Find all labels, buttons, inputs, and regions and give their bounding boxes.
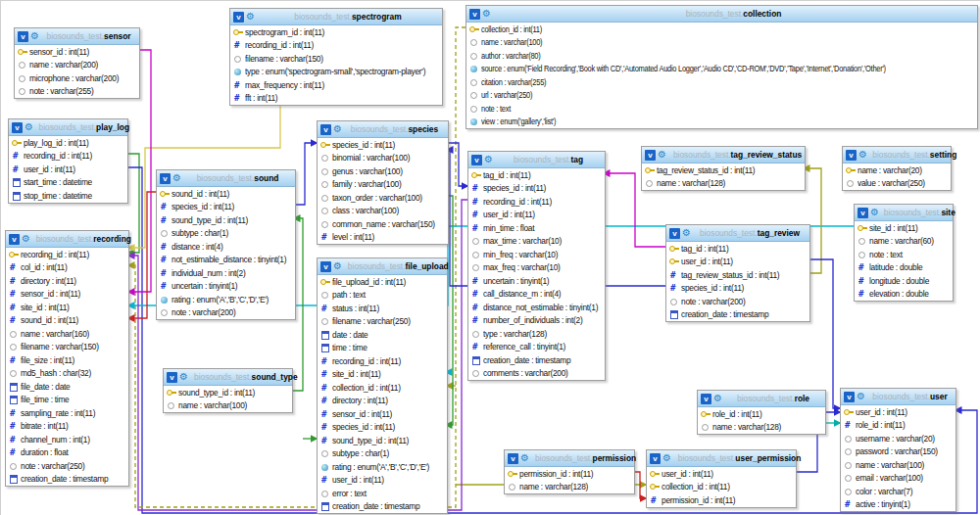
- options-icon[interactable]: ⚙: [172, 173, 181, 183]
- field-spectrogram-spectrogram_id[interactable]: spectrogram_id : int(11): [230, 25, 442, 39]
- table-header-tag_review_status[interactable]: v⚙biosounds_test.tag_review_status: [642, 147, 805, 164]
- field-recording-filename[interactable]: filename : varchar(150): [6, 341, 128, 354]
- field-tag_review-species_id[interactable]: species_id : int(11): [666, 282, 809, 296]
- field-user_permission-permission_id[interactable]: permission_id : int(11): [647, 493, 796, 507]
- field-species-species_id[interactable]: species_id : int(11): [318, 138, 448, 152]
- field-tag-number_of_individuals[interactable]: number_of_individuals : int(2): [468, 314, 605, 328]
- collapse-icon[interactable]: v: [645, 150, 656, 161]
- field-file_upload-site_id[interactable]: site_id : int(11): [318, 368, 447, 382]
- table-header-collection[interactable]: v⚙biosounds_test.collection: [466, 6, 977, 23]
- field-recording-md5_hash[interactable]: md5_hash : char(32): [6, 367, 128, 381]
- field-user-user_id[interactable]: user_id : int(11): [841, 405, 956, 419]
- options-icon[interactable]: ⚙: [22, 234, 30, 244]
- field-file_upload-path[interactable]: path : text: [318, 289, 447, 303]
- options-icon[interactable]: ⚙: [179, 372, 188, 382]
- field-tag-creation_date[interactable]: creation_date : timestamp: [468, 353, 605, 367]
- field-recording-duration[interactable]: duration : float: [6, 446, 128, 460]
- table-site[interactable]: v⚙biosounds_test.sitesite_id : int(11)na…: [854, 204, 954, 302]
- field-file_upload-date[interactable]: date : date: [318, 328, 447, 342]
- field-sound-note[interactable]: note : varchar(200): [157, 306, 295, 320]
- table-header-user_permission[interactable]: v⚙biosounds_test.user_permission: [647, 450, 796, 467]
- field-file_upload-user_id[interactable]: user_id : int(11): [318, 474, 447, 488]
- options-icon[interactable]: ⚙: [484, 155, 493, 164]
- table-play_log[interactable]: v⚙biosounds_test.play_logplay_log_id : i…: [8, 118, 128, 204]
- field-sensor-note[interactable]: note : varchar(255): [15, 85, 139, 99]
- table-tag[interactable]: v⚙biosounds_test.tagtag_id : int(11)spec…: [467, 151, 606, 381]
- field-spectrogram-filename[interactable]: filename : varchar(150): [230, 52, 442, 66]
- field-user_permission-collection_id[interactable]: collection_id : int(11): [647, 481, 796, 494]
- options-icon[interactable]: ⚙: [520, 453, 529, 463]
- table-header-permission[interactable]: v⚙biosounds_test.permission: [505, 450, 634, 467]
- field-user-username[interactable]: username : varchar(20): [841, 432, 956, 445]
- collapse-icon[interactable]: v: [320, 124, 331, 135]
- field-recording-note[interactable]: note : varchar(250): [6, 459, 128, 473]
- field-setting-value[interactable]: value : varchar(250): [843, 177, 951, 191]
- options-icon[interactable]: ⚙: [24, 122, 33, 132]
- field-user-name[interactable]: name : varchar(100): [841, 458, 956, 472]
- table-header-tag[interactable]: v⚙biosounds_test.tag: [468, 152, 605, 168]
- field-recording-col_id[interactable]: col_id : int(11): [6, 261, 128, 275]
- field-tag_review-creation_date[interactable]: creation_date : timestamp: [666, 308, 809, 322]
- relation-line-sound-species[interactable]: [294, 143, 317, 205]
- field-site-name[interactable]: name : varchar(60): [855, 235, 953, 249]
- field-collection-url[interactable]: url : varchar(250): [466, 89, 977, 103]
- collapse-icon[interactable]: v: [508, 453, 518, 464]
- field-tag-min_freq[interactable]: min_freq : varchar(10): [468, 248, 605, 261]
- field-site-elevation[interactable]: elevation : double: [855, 288, 953, 302]
- table-sound_type[interactable]: v⚙biosounds_test.sound_typesound_type_id…: [163, 368, 293, 413]
- field-play_log-play_log_id[interactable]: play_log_id : int(11): [9, 136, 127, 150]
- table-spectrogram[interactable]: v⚙biosounds_test.spectrogramspectrogram_…: [229, 8, 443, 106]
- field-file_upload-creation_date[interactable]: creation_date : timestamp: [318, 500, 447, 514]
- collapse-icon[interactable]: v: [701, 394, 711, 404]
- table-user[interactable]: v⚙biosounds_test.useruser_id : int(11)ro…: [840, 388, 956, 512]
- table-user_permission[interactable]: v⚙biosounds_test.user_permissionuser_id …: [646, 449, 797, 508]
- field-tag_review-tag_id[interactable]: tag_id : int(11): [666, 242, 809, 256]
- field-file_upload-sensor_id[interactable]: sensor_id : int(11): [318, 407, 447, 421]
- options-icon[interactable]: ⚙: [682, 228, 691, 238]
- field-tag-tag_id[interactable]: tag_id : int(11): [468, 168, 605, 182]
- field-collection-name[interactable]: name : varchar(100): [466, 36, 977, 50]
- field-sound-subtype[interactable]: subtype : char(1): [157, 227, 295, 241]
- field-sound-rating[interactable]: rating : enum('A','B','C','D','E'): [157, 293, 295, 306]
- table-file_upload[interactable]: v⚙biosounds_test.file_uploadfile_upload_…: [317, 258, 448, 514]
- field-sensor-microphone[interactable]: microphone : varchar(200): [15, 71, 139, 85]
- table-header-recording[interactable]: v⚙biosounds_test.recording: [6, 231, 128, 248]
- field-user-color[interactable]: color : varchar(7): [841, 485, 956, 498]
- table-header-setting[interactable]: v⚙biosounds_test.setting: [843, 147, 951, 164]
- collapse-icon[interactable]: v: [320, 261, 331, 272]
- collapse-icon[interactable]: v: [160, 173, 171, 184]
- options-icon[interactable]: ⚙: [658, 150, 666, 160]
- field-user-email[interactable]: email : varchar(100): [841, 472, 956, 486]
- table-tag_review_status[interactable]: v⚙biosounds_test.tag_review_statustag_re…: [641, 146, 806, 191]
- field-sound-sound_id[interactable]: sound_id : int(11): [157, 187, 295, 201]
- field-file_upload-status[interactable]: status : int(11): [318, 302, 447, 315]
- field-tag_review-note[interactable]: note : varchar(200): [666, 295, 809, 308]
- field-recording-file_size[interactable]: file_size : int(11): [6, 353, 128, 367]
- collapse-icon[interactable]: v: [471, 155, 482, 165]
- field-tag_review_status-name[interactable]: name : varchar(128): [642, 177, 805, 191]
- field-user_permission-user_id[interactable]: user_id : int(11): [647, 467, 796, 481]
- field-file_upload-file_upload_id[interactable]: file_upload_id : int(11): [318, 275, 447, 289]
- table-header-species[interactable]: v⚙biosounds_test.species: [318, 121, 448, 138]
- field-spectrogram-fft[interactable]: fft : int(11): [230, 92, 442, 106]
- field-tag-comments[interactable]: comments : varchar(200): [468, 367, 605, 381]
- field-species-genus[interactable]: genus : varchar(100): [318, 164, 448, 178]
- table-header-file_upload[interactable]: v⚙biosounds_test.file_upload: [318, 258, 447, 275]
- field-recording-directory[interactable]: directory : int(11): [6, 274, 128, 288]
- field-role-name[interactable]: name : varchar(128): [698, 421, 825, 435]
- field-play_log-user_id[interactable]: user_id : int(11): [9, 163, 127, 176]
- field-tag-uncertain[interactable]: uncertain : tinyint(1): [468, 274, 605, 288]
- table-header-site[interactable]: v⚙biosounds_test.site: [855, 205, 953, 221]
- field-tag_review-user_id[interactable]: user_id : int(11): [666, 256, 809, 269]
- field-species-family[interactable]: family : varchar(100): [318, 178, 448, 192]
- field-recording-file_date[interactable]: file_date : date: [6, 380, 128, 394]
- options-icon[interactable]: ⚙: [246, 12, 255, 22]
- collapse-icon[interactable]: v: [18, 31, 28, 42]
- collapse-icon[interactable]: v: [233, 12, 244, 23]
- table-setting[interactable]: v⚙biosounds_test.settingname : varchar(2…: [842, 146, 952, 191]
- table-header-user[interactable]: v⚙biosounds_test.user: [841, 389, 956, 405]
- field-tag-species_id[interactable]: species_id : int(11): [468, 182, 605, 196]
- field-sound-sound_type_id[interactable]: sound_type_id : int(11): [157, 213, 295, 227]
- field-tag-max_time[interactable]: max_time : varchar(10): [468, 235, 605, 249]
- collapse-icon[interactable]: v: [9, 234, 20, 245]
